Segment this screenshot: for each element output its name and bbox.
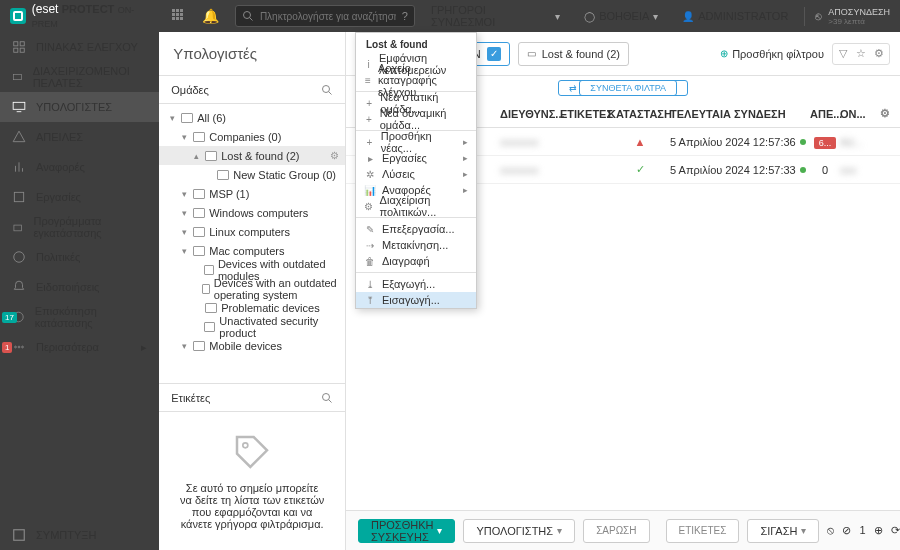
svg-point-24 xyxy=(243,443,248,448)
tags-header: Ετικέτες xyxy=(159,384,345,412)
svg-rect-19 xyxy=(14,530,25,541)
prev-page-icon[interactable]: ⊘ xyxy=(842,524,851,537)
logo-text: (eset PROTECT ON-PREM xyxy=(32,2,158,30)
gear-icon[interactable]: ⚙ xyxy=(870,107,900,120)
menu-item[interactable]: ✲Λύσεις▸ xyxy=(356,166,476,182)
tags-empty: Σε αυτό το σημείο μπορείτε να δείτε τη λ… xyxy=(159,412,345,550)
add-device-button[interactable]: ΠΡΟΣΘΗΚΗ ΣΥΣΚΕΥΗΣ ▾ xyxy=(358,519,455,543)
search-icon[interactable] xyxy=(321,84,333,96)
topbar: (eset PROTECT ON-PREM 🔔 ? ΓΡΗΓΟΡΟΙ ΣΥΝΔΕ… xyxy=(0,0,900,32)
svg-rect-6 xyxy=(13,74,21,79)
tree-item[interactable]: ▴Lost & found (2)⚙ xyxy=(159,146,345,165)
sidebar: ΠΙΝΑΚΑΣ ΕΛΕΓΧΟΥΔΙΑΧΕΙΡΙΖΟΜΕΝΟΙ ΠΕΛΑΤΕΣΥΠ… xyxy=(0,32,159,550)
advanced-filter[interactable]: ⇄ ΣΥΝΘΕΤΑ ΦΙΛΤΡΑ xyxy=(558,80,688,96)
mute-button[interactable]: ΣΙΓΑΣΗ ▾ xyxy=(747,519,819,543)
bell-icon[interactable]: 🔔 xyxy=(202,8,219,24)
tree-item[interactable]: ▾Linux computers xyxy=(159,222,345,241)
logo: (eset PROTECT ON-PREM xyxy=(10,2,158,30)
filter-tools: ▽ ☆ ⚙ xyxy=(832,43,890,65)
footer: ΠΡΟΣΘΗΚΗ ΣΥΣΚΕΥΗΣ ▾ ΥΠΟΛΟΓΙΣΤΗΣ ▾ ΣΑΡΩΣΗ… xyxy=(346,510,900,550)
sidebar-item-reports[interactable]: Αναφορές xyxy=(0,152,159,182)
svg-line-23 xyxy=(329,399,332,402)
menu-item: 🗑Διαγραφή xyxy=(356,253,476,269)
svg-point-20 xyxy=(323,85,330,92)
menu-item[interactable]: ≡Αρχείο καταγραφής ελέγχου xyxy=(356,72,476,88)
computers-button[interactable]: ΥΠΟΛΟΓΙΣΤΗΣ ▾ xyxy=(463,519,575,543)
tree-item[interactable]: Unactivated security product xyxy=(159,317,345,336)
menu-item[interactable]: +Προσθήκη νέας...▸ xyxy=(356,134,476,150)
help-link[interactable]: ◯ ΒΟΗΘΕΙΑ ▾ xyxy=(576,10,666,22)
funnel-icon[interactable]: ▽ xyxy=(835,46,851,62)
svg-rect-7 xyxy=(13,102,25,109)
scan-button[interactable]: ΣΑΡΩΣΗ xyxy=(583,519,649,543)
sidebar-item-threats[interactable]: ΑΠΕΙΛΕΣ xyxy=(0,122,159,152)
svg-line-1 xyxy=(249,18,252,21)
refresh-icon[interactable]: ⟳ xyxy=(891,524,900,537)
logo-icon xyxy=(10,8,26,24)
collapse-button[interactable]: ΣΥΜΠΤΥΞΗ xyxy=(0,520,159,550)
svg-rect-12 xyxy=(14,192,23,201)
svg-rect-4 xyxy=(14,48,18,52)
quick-links[interactable]: ΓΡΗΓΟΡΟΙ ΣΥΝΔΕΣΜΟΙ ▾ xyxy=(423,4,568,28)
groups-panel: Υπολογιστές Ομάδες ▾All (6)▾Companies (0… xyxy=(159,32,346,550)
tree-item[interactable]: ▾All (6) xyxy=(159,108,345,127)
sidebar-item-status[interactable]: 17Επισκόπηση κατάστασης xyxy=(0,302,159,332)
tags-button[interactable]: ΕΤΙΚΕΤΕΣ xyxy=(666,519,740,543)
search-icon[interactable] xyxy=(321,392,333,404)
admin-link[interactable]: 👤 ADMINISTRATOR xyxy=(674,10,796,22)
tag-icon xyxy=(232,432,272,472)
svg-point-14 xyxy=(14,252,25,263)
page-number: 1 xyxy=(859,524,865,537)
menu-item[interactable]: ✎Επεξεργασία... xyxy=(356,221,476,237)
sidebar-item-more[interactable]: 1Περισσότερα ▸ xyxy=(0,332,159,362)
svg-line-21 xyxy=(329,91,332,94)
logout[interactable]: ⎋ ΑΠΟΣΥΝΔΕΣΗ>39 λεπτά xyxy=(804,7,890,26)
gear-icon[interactable]: ⚙ xyxy=(871,46,887,62)
svg-rect-3 xyxy=(20,42,24,46)
add-filter[interactable]: ⊕ Προσθήκη φίλτρου xyxy=(720,48,824,60)
tree-item[interactable]: Devices with an outdated operating syste… xyxy=(159,279,345,298)
svg-rect-2 xyxy=(14,42,18,46)
svg-rect-5 xyxy=(20,48,24,52)
menu-item[interactable]: ▸Εργασίες▸ xyxy=(356,150,476,166)
sidebar-item-dashboard[interactable]: ΠΙΝΑΚΑΣ ΕΛΕΓΧΟΥ xyxy=(0,32,159,62)
apps-icon[interactable] xyxy=(172,9,186,23)
tree-item[interactable]: New Static Group (0) xyxy=(159,165,345,184)
tree-item[interactable]: ▾MSP (1) xyxy=(159,184,345,203)
menu-item[interactable]: +Νέα δυναμική ομάδα... xyxy=(356,111,476,127)
sidebar-item-installers[interactable]: Προγράμματα εγκατάστασης xyxy=(0,212,159,242)
search-icon xyxy=(242,10,254,22)
groups-header: Ομάδες xyxy=(159,76,345,104)
menu-item[interactable]: ⤒Εισαγωγή... xyxy=(356,292,476,308)
group-tree: ▾All (6)▾Companies (0)▴Lost & found (2)⚙… xyxy=(159,104,345,359)
sidebar-item-policies[interactable]: Πολιτικές xyxy=(0,242,159,272)
sidebar-item-tasks[interactable]: Εργασίες xyxy=(0,182,159,212)
panel-title: Υπολογιστές xyxy=(159,32,345,76)
preset-icon[interactable]: ☆ xyxy=(853,46,869,62)
search-box[interactable]: ? xyxy=(235,5,415,27)
sidebar-item-clients[interactable]: ΔΙΑΧΕΙΡΙΖΟΜΕΝΟΙ ΠΕΛΑΤΕΣ xyxy=(0,62,159,92)
svg-point-0 xyxy=(243,12,250,19)
svg-point-22 xyxy=(323,393,330,400)
search-input[interactable] xyxy=(260,11,396,22)
menu-item[interactable]: ⤓Εξαγωγή... xyxy=(356,276,476,292)
context-menu: Lost & found iΕμφάνιση λεπτομερειών≡Αρχε… xyxy=(355,32,477,309)
menu-item[interactable]: ⚙Διαχείριση πολιτικών... xyxy=(356,198,476,214)
tree-item[interactable]: ▾Mobile devices xyxy=(159,336,345,355)
next-page-icon[interactable]: ⊕ xyxy=(874,524,883,537)
svg-point-17 xyxy=(18,346,20,348)
tree-item[interactable]: ▾Windows computers xyxy=(159,203,345,222)
tree-item[interactable]: ▾Companies (0) xyxy=(159,127,345,146)
svg-rect-13 xyxy=(14,225,22,231)
svg-point-18 xyxy=(22,346,24,348)
menu-item: ⇢Μετακίνηση... xyxy=(356,237,476,253)
help-icon[interactable]: ? xyxy=(402,10,408,22)
svg-point-16 xyxy=(15,346,17,348)
sidebar-item-notifications[interactable]: Ειδοποιήσεις xyxy=(0,272,159,302)
sidebar-item-computers[interactable]: ΥΠΟΛΟΓΙΣΤΕΣ xyxy=(0,92,159,122)
lostfound-chip[interactable]: ▭ Lost & found (2) xyxy=(518,42,629,66)
first-page-icon[interactable]: ⦸ xyxy=(827,524,834,537)
